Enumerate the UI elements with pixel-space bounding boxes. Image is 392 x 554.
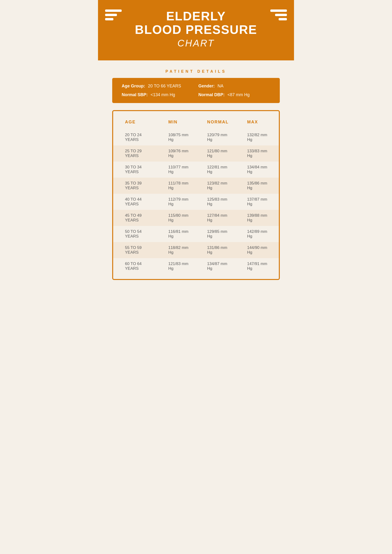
- normal-dbp-label: Normal DBP:: [198, 92, 225, 97]
- cell-normal: 123/82 mm Hg: [200, 178, 240, 194]
- page: ELDERLY BLOOD PRESSURE CHART PATIENT DET…: [98, 0, 294, 289]
- cell-min: 121/83 mm Hg: [161, 258, 200, 274]
- table-row: 25 TO 29 YEARS109/76 mm Hg121/80 mm Hg13…: [113, 145, 279, 162]
- cell-max: 144/90 mm Hg: [240, 242, 279, 258]
- age-group-value: 20 TO 66 YEARS: [148, 84, 181, 89]
- deco-line-3: [105, 18, 113, 20]
- cell-max: 132/82 mm Hg: [240, 129, 279, 145]
- cell-min: 118/82 mm Hg: [161, 242, 200, 258]
- bp-table: AGE MIN NORMAL MAX 20 TO 24 YEARS108/75 …: [113, 116, 279, 274]
- cell-normal: 127/84 mm Hg: [200, 210, 240, 226]
- cell-normal: 134/87 mm Hg: [200, 258, 240, 274]
- table-row: 20 TO 24 YEARS108/75 mm Hg120/79 mm Hg13…: [113, 129, 279, 145]
- col-normal: NORMAL: [200, 116, 240, 129]
- header-title-line2: BLOOD PRESSURE: [112, 23, 280, 36]
- cell-age: 25 TO 29 YEARS: [113, 145, 161, 162]
- deco-line-4: [270, 9, 287, 12]
- table-row: 35 TO 39 YEARS111/78 mm Hg123/82 mm Hg13…: [113, 178, 279, 194]
- patient-details-header: PATIENT DETAILS: [112, 65, 280, 78]
- cell-min: 115/80 mm Hg: [161, 210, 200, 226]
- header-title-sub: CHART: [112, 38, 280, 49]
- table-row: 45 TO 49 YEARS115/80 mm Hg127/84 mm Hg13…: [113, 210, 279, 226]
- cell-normal: 122/81 mm Hg: [200, 162, 240, 178]
- cell-max: 142/89 mm Hg: [240, 226, 279, 242]
- age-group-item: Age Group: 20 TO 66 YEARS: [122, 84, 194, 89]
- cell-age: 55 TO 59 YEARS: [113, 242, 161, 258]
- cell-normal: 131/86 mm Hg: [200, 242, 240, 258]
- gender-label: Gender:: [198, 84, 215, 89]
- cell-max: 139/88 mm Hg: [240, 210, 279, 226]
- cell-max: 137/87 mm Hg: [240, 194, 279, 210]
- table-row: 40 TO 44 YEARS112/79 mm Hg125/83 mm Hg13…: [113, 194, 279, 210]
- cell-age: 35 TO 39 YEARS: [113, 178, 161, 194]
- table-row: 55 TO 59 YEARS118/82 mm Hg131/86 mm Hg14…: [113, 242, 279, 258]
- cell-min: 110/77 mm Hg: [161, 162, 200, 178]
- gender-value: NA: [217, 84, 224, 89]
- cell-normal: 120/79 mm Hg: [200, 129, 240, 145]
- header-title-line1: ELDERLY: [112, 9, 280, 23]
- cell-age: 30 TO 34 YEARS: [113, 162, 161, 178]
- cell-min: 116/81 mm Hg: [161, 226, 200, 242]
- normal-dbp-value: <87 mm Hg: [227, 92, 250, 97]
- patient-info-box: Age Group: 20 TO 66 YEARS Gender: NA Nor…: [112, 78, 280, 103]
- cell-normal: 125/83 mm Hg: [200, 194, 240, 210]
- cell-normal: 121/80 mm Hg: [200, 145, 240, 162]
- normal-sbp-value: <134 mm Hg: [151, 92, 175, 97]
- header: ELDERLY BLOOD PRESSURE CHART: [98, 0, 294, 60]
- cell-age: 45 TO 49 YEARS: [113, 210, 161, 226]
- deco-left: [105, 9, 122, 20]
- cell-max: 135/86 mm Hg: [240, 178, 279, 194]
- table-section: AGE MIN NORMAL MAX 20 TO 24 YEARS108/75 …: [98, 103, 294, 289]
- cell-max: 147/91 mm Hg: [240, 258, 279, 274]
- cell-age: 20 TO 24 YEARS: [113, 129, 161, 145]
- table-row: 60 TO 64 YEARS121/83 mm Hg134/87 mm Hg14…: [113, 258, 279, 274]
- cell-age: 40 TO 44 YEARS: [113, 194, 161, 210]
- table-header-row: AGE MIN NORMAL MAX: [113, 116, 279, 129]
- cell-age: 60 TO 64 YEARS: [113, 258, 161, 274]
- deco-line-5: [275, 14, 287, 16]
- cell-max: 134/84 mm Hg: [240, 162, 279, 178]
- cell-min: 111/78 mm Hg: [161, 178, 200, 194]
- table-row: 50 TO 54 YEARS116/81 mm Hg129/85 mm Hg14…: [113, 226, 279, 242]
- patient-details-section: PATIENT DETAILS Age Group: 20 TO 66 YEAR…: [98, 60, 294, 103]
- deco-line-1: [105, 9, 122, 12]
- col-min: MIN: [161, 116, 200, 129]
- col-age: AGE: [113, 116, 161, 129]
- cell-min: 109/76 mm Hg: [161, 145, 200, 162]
- age-group-label: Age Group:: [122, 84, 145, 89]
- gender-item: Gender: NA: [198, 84, 270, 89]
- cell-age: 50 TO 54 YEARS: [113, 226, 161, 242]
- cell-min: 108/75 mm Hg: [161, 129, 200, 145]
- deco-right: [270, 9, 287, 20]
- normal-dbp-item: Normal DBP: <87 mm Hg: [198, 92, 270, 97]
- table-wrapper: AGE MIN NORMAL MAX 20 TO 24 YEARS108/75 …: [112, 110, 280, 280]
- deco-line-6: [279, 18, 287, 20]
- normal-sbp-label: Normal SBP:: [122, 92, 148, 97]
- cell-normal: 129/85 mm Hg: [200, 226, 240, 242]
- col-max: MAX: [240, 116, 279, 129]
- normal-sbp-item: Normal SBP: <134 mm Hg: [122, 92, 194, 97]
- table-row: 30 TO 34 YEARS110/77 mm Hg122/81 mm Hg13…: [113, 162, 279, 178]
- deco-line-2: [105, 14, 117, 16]
- cell-min: 112/79 mm Hg: [161, 194, 200, 210]
- cell-max: 133/83 mm Hg: [240, 145, 279, 162]
